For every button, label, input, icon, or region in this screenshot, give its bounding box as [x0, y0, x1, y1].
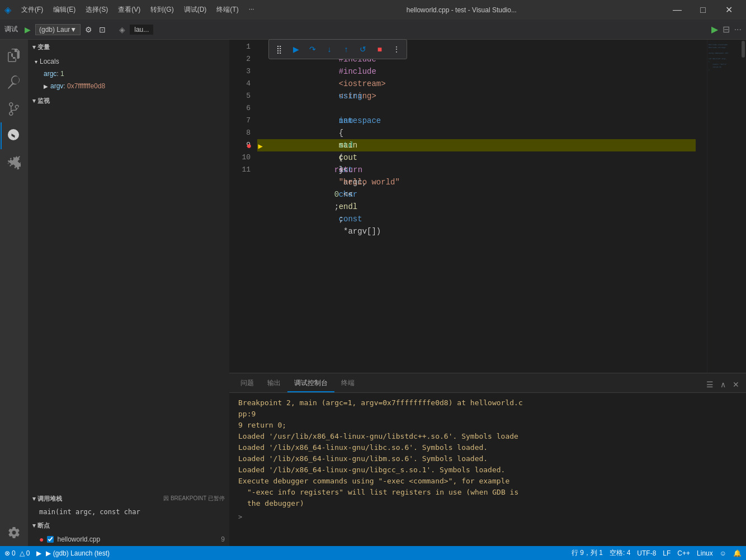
debug-run-icon: ▶	[36, 549, 41, 557]
status-feedback[interactable]: ☺	[720, 548, 726, 558]
toolbar-right: ▶ ⊟ ···	[711, 24, 742, 35]
status-debug[interactable]: ▶ ▶ (gdb) Launch (test)	[36, 549, 110, 557]
status-notifications[interactable]: 🔔	[733, 548, 742, 558]
activity-git[interactable]	[1, 96, 27, 122]
line-num-1: 1	[229, 41, 251, 53]
status-errors[interactable]: ⊗ 0 △ 0	[4, 549, 30, 557]
callstack-content: main(int argc, const char	[28, 506, 229, 518]
split-editor-icon[interactable]: ⊟	[723, 24, 730, 35]
debug-settings-icon[interactable]: ⚙	[83, 24, 95, 35]
more-actions-icon[interactable]: ⋮	[389, 41, 404, 57]
console-input[interactable]	[244, 513, 737, 521]
window-controls: — □ ✕	[664, 0, 742, 20]
argv-sep: :	[63, 82, 67, 90]
cursor-text: 行 9，列 1	[572, 548, 603, 558]
locals-group[interactable]: ▾ Locals	[28, 55, 229, 68]
breakpoint-checkbox[interactable]	[47, 536, 54, 543]
tab-terminal[interactable]: 终端	[334, 375, 361, 392]
sidebar: ▾ 变量 ▾ Locals argc : 1 ▶ argv : 0x7fffff…	[28, 40, 229, 546]
menu-terminal[interactable]: 终端(T)	[212, 4, 243, 16]
collapse-icon[interactable]: ∧	[718, 379, 728, 390]
code-lines: 1 2 3 4 5 6 7 8 ● ▶ 9 10	[229, 40, 746, 373]
debug-terminal-icon[interactable]: ⊡	[97, 24, 108, 35]
activity-settings[interactable]	[1, 519, 27, 546]
tab-problems[interactable]: 问题	[234, 375, 261, 392]
debug-config-selector[interactable]: (gdb) Laur▼	[35, 24, 81, 35]
code-content[interactable]: #include <iostream> #include <string> us…	[257, 40, 707, 373]
breakpoints-section: ▾ 断点 ● helloworld.cpp 9	[28, 518, 229, 546]
step-into-button[interactable]: ↓	[322, 41, 337, 57]
warning-count: 0	[26, 549, 30, 557]
restart-button[interactable]: ↺	[355, 41, 371, 57]
panel-toolbar: ☰ ∧ ✕	[704, 379, 742, 392]
menu-debug[interactable]: 调试(D)	[180, 4, 211, 16]
close-panel-icon[interactable]: ✕	[730, 379, 742, 390]
menu-more[interactable]: ···	[244, 4, 259, 16]
variables-content: ▾ Locals argc : 1 ▶ argv : 0x7fffffffe0d…	[28, 54, 229, 93]
breakpoint-indicator: ●	[246, 140, 252, 153]
filter-icon[interactable]: ☰	[704, 379, 716, 390]
variables-section: ▾ 变量 ▾ Locals argc : 1 ▶ argv : 0x7fffff…	[28, 40, 229, 93]
breakpoint-dot: ●	[39, 535, 44, 544]
drag-handle[interactable]: ⣿	[271, 41, 287, 57]
active-tab-label[interactable]: lau...	[130, 25, 153, 35]
run-icon[interactable]: ▶	[711, 24, 718, 35]
more-icon[interactable]: ···	[734, 25, 742, 35]
debug-arrow-icon: ▶	[258, 140, 263, 153]
line-num-3: 3	[229, 65, 251, 78]
maximize-button[interactable]: □	[690, 0, 716, 20]
activity-debug[interactable]	[1, 122, 27, 149]
language-text: C++	[677, 549, 690, 557]
step-over-button[interactable]: ↷	[305, 41, 320, 57]
watch-header[interactable]: ▾ 监视	[28, 93, 229, 108]
argc-value: 1	[60, 70, 64, 78]
variables-header[interactable]: ▾ 变量	[28, 40, 229, 54]
line-ending-text: LF	[663, 549, 671, 557]
status-line-ending[interactable]: LF	[663, 548, 671, 558]
menu-view[interactable]: 查看(V)	[114, 4, 145, 16]
status-spaces[interactable]: 空格: 4	[610, 548, 630, 558]
vertical-scrollbar[interactable]	[740, 40, 746, 373]
menu-edit[interactable]: 编辑(E)	[49, 4, 80, 16]
breakpoint-line-number: 9	[221, 535, 225, 543]
window-title: helloworld.cpp - test - Visual Studio...	[262, 6, 661, 14]
status-cursor[interactable]: 行 9，列 1	[572, 548, 603, 558]
titlebar: ◈ 文件(F) 编辑(E) 选择(S) 查看(V) 转到(G) 调试(D) 终端…	[0, 0, 746, 20]
close-button[interactable]: ✕	[716, 0, 742, 20]
continue-button[interactable]: ▶	[288, 41, 304, 57]
line-num-11: 11	[229, 164, 251, 176]
menu-file[interactable]: 文件(F)	[17, 4, 48, 16]
activity-explorer[interactable]	[1, 42, 27, 69]
status-encoding[interactable]: UTF-8	[637, 548, 656, 558]
os-text: Linux	[697, 549, 713, 557]
console-line-1: Breakpoint 2, main (argc=1, argv=0x7ffff…	[238, 397, 737, 409]
debug-run-button[interactable]: ▶	[22, 24, 33, 35]
argc-variable: argc : 1	[28, 68, 229, 80]
menu-goto[interactable]: 转到(G)	[146, 4, 178, 16]
breakpoint-item: ● helloworld.cpp 9	[28, 534, 229, 545]
step-out-button[interactable]: ↑	[338, 41, 354, 57]
minimap: #include <iostream> #include <string> us…	[707, 40, 740, 373]
stop-button[interactable]: ■	[372, 41, 388, 57]
activity-extensions[interactable]	[1, 149, 27, 176]
status-language[interactable]: C++	[677, 548, 690, 558]
activity-bar	[0, 40, 28, 546]
minimize-button[interactable]: —	[664, 0, 690, 20]
expand-icon[interactable]: ▶	[44, 83, 48, 89]
line-num-2: 2	[229, 53, 251, 65]
status-os[interactable]: Linux	[697, 548, 713, 558]
breakpoints-header[interactable]: ▾ 断点	[28, 518, 229, 533]
code-editor[interactable]: 1 2 3 4 5 6 7 8 ● ▶ 9 10	[229, 40, 746, 373]
debug-config-label: (gdb) Laur▼	[39, 26, 77, 34]
tab-output[interactable]: 输出	[261, 375, 287, 392]
argv-name: argv	[50, 82, 63, 90]
main-layout: ▾ 变量 ▾ Locals argc : 1 ▶ argv : 0x7fffff…	[0, 40, 746, 546]
activity-search[interactable]	[1, 69, 27, 96]
menu-select[interactable]: 选择(S)	[81, 4, 112, 16]
callstack-item[interactable]: main(int argc, const char	[28, 507, 229, 517]
scroll-thumb[interactable]	[742, 41, 745, 58]
line-num-8: 8	[229, 127, 251, 139]
tab-debug-console[interactable]: 调试控制台	[287, 375, 334, 392]
callstack-header[interactable]: ▾ 调用堆栈 因 BREAKPOINT 已暂停	[28, 491, 229, 506]
panel-tabs: 问题 输出 调试控制台 终端 ☰ ∧ ✕	[229, 373, 746, 393]
